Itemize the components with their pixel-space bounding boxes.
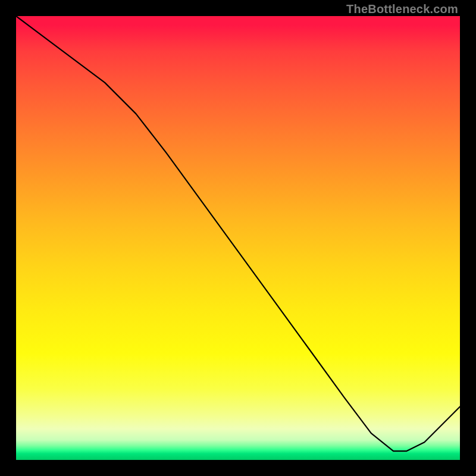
- chart-frame: TheBottleneck.com: [0, 0, 476, 476]
- plot-area: [16, 16, 460, 460]
- bottleneck-curve: [16, 16, 460, 460]
- watermark-text: TheBottleneck.com: [346, 2, 458, 16]
